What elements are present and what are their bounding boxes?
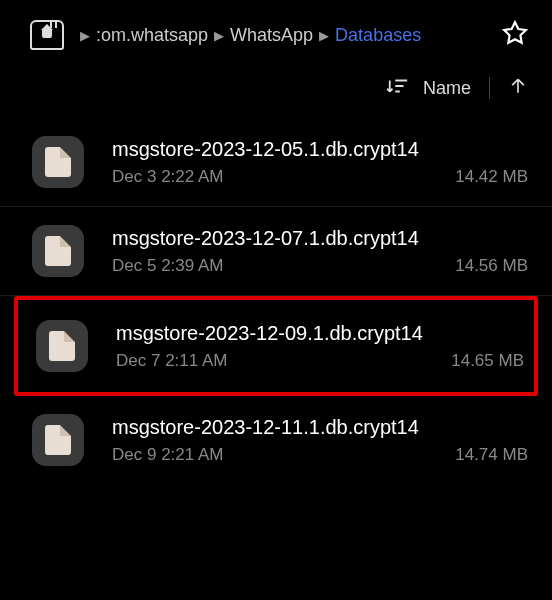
file-icon <box>32 136 84 188</box>
file-icon <box>32 414 84 466</box>
file-date: Dec 5 2:39 AM <box>112 256 224 276</box>
file-size: 14.65 MB <box>451 351 524 371</box>
file-size: 14.74 MB <box>455 445 528 465</box>
file-list: msgstore-2023-12-05.1.db.crypt14 Dec 3 2… <box>0 118 552 484</box>
sort-label[interactable]: Name <box>423 78 471 99</box>
breadcrumb: ▶ :om.whatsapp ▶ WhatsApp ▶ Databases <box>80 25 492 46</box>
file-info: msgstore-2023-12-07.1.db.crypt14 Dec 5 2… <box>112 227 528 276</box>
sort-button[interactable] <box>387 76 409 100</box>
file-name: msgstore-2023-12-11.1.db.crypt14 <box>112 416 528 439</box>
divider <box>489 77 490 99</box>
arrow-up-icon <box>508 76 528 96</box>
list-item-highlighted[interactable]: msgstore-2023-12-09.1.db.crypt14 Dec 7 2… <box>14 296 538 396</box>
file-info: msgstore-2023-12-11.1.db.crypt14 Dec 9 2… <box>112 416 528 465</box>
sort-direction-button[interactable] <box>508 76 528 100</box>
file-name: msgstore-2023-12-05.1.db.crypt14 <box>112 138 528 161</box>
file-icon <box>32 225 84 277</box>
file-meta: Dec 5 2:39 AM 14.56 MB <box>112 256 528 276</box>
svg-marker-0 <box>504 22 526 43</box>
file-meta: Dec 7 2:11 AM 14.65 MB <box>116 351 524 371</box>
list-item[interactable]: msgstore-2023-12-07.1.db.crypt14 Dec 5 2… <box>0 207 552 296</box>
file-icon <box>36 320 88 372</box>
file-size: 14.56 MB <box>455 256 528 276</box>
sort-bar: Name <box>0 62 552 118</box>
breadcrumb-item[interactable]: :om.whatsapp <box>96 25 208 46</box>
file-meta: Dec 3 2:22 AM 14.42 MB <box>112 167 528 187</box>
file-date: Dec 3 2:22 AM <box>112 167 224 187</box>
chevron-right-icon: ▶ <box>319 28 329 43</box>
chevron-right-icon: ▶ <box>214 28 224 43</box>
breadcrumb-item[interactable]: WhatsApp <box>230 25 313 46</box>
home-button[interactable] <box>30 20 64 50</box>
sort-icon <box>387 76 409 96</box>
file-size: 14.42 MB <box>455 167 528 187</box>
file-date: Dec 9 2:21 AM <box>112 445 224 465</box>
file-info: msgstore-2023-12-09.1.db.crypt14 Dec 7 2… <box>116 322 524 371</box>
list-item[interactable]: msgstore-2023-12-05.1.db.crypt14 Dec 3 2… <box>0 118 552 207</box>
file-name: msgstore-2023-12-07.1.db.crypt14 <box>112 227 528 250</box>
file-meta: Dec 9 2:21 AM 14.74 MB <box>112 445 528 465</box>
favorite-button[interactable] <box>502 20 528 50</box>
breadcrumb-item-active[interactable]: Databases <box>335 25 421 46</box>
list-item[interactable]: msgstore-2023-12-11.1.db.crypt14 Dec 9 2… <box>0 396 552 484</box>
header-bar: ▶ :om.whatsapp ▶ WhatsApp ▶ Databases <box>0 0 552 62</box>
star-icon <box>502 20 528 46</box>
file-date: Dec 7 2:11 AM <box>116 351 228 371</box>
file-info: msgstore-2023-12-05.1.db.crypt14 Dec 3 2… <box>112 138 528 187</box>
file-name: msgstore-2023-12-09.1.db.crypt14 <box>116 322 524 345</box>
chevron-right-icon: ▶ <box>80 28 90 43</box>
